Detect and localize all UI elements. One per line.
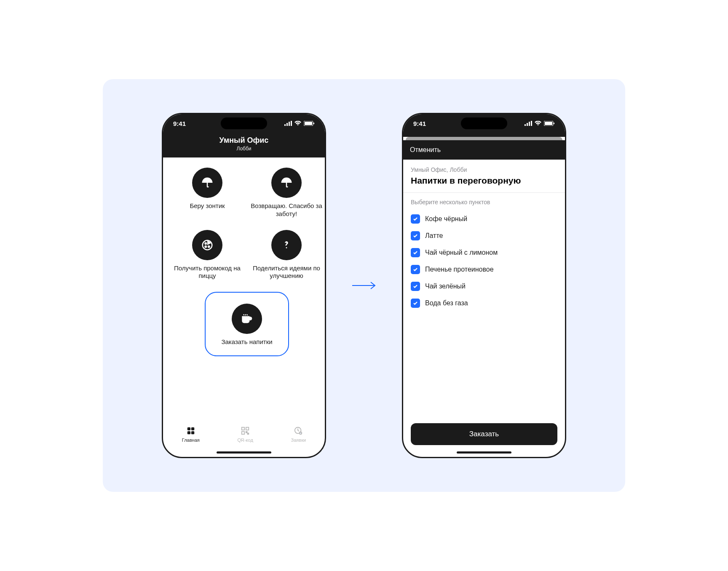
tile-grid: Беру зонтик Возвращаю. Спасибо за заботу… bbox=[171, 168, 316, 356]
battery-icon bbox=[304, 120, 315, 127]
modal-title: Напитки в переговорную bbox=[411, 176, 557, 186]
wifi-icon bbox=[294, 120, 301, 127]
checkbox-icon bbox=[411, 265, 420, 274]
status-indicators bbox=[525, 120, 555, 127]
svg-rect-12 bbox=[191, 427, 194, 430]
tile-pizza-promo[interactable]: Получить промокод на пиццу bbox=[171, 230, 243, 280]
clock-check-icon bbox=[293, 426, 303, 436]
checkbox-icon bbox=[411, 248, 420, 257]
battery-icon bbox=[544, 120, 555, 127]
option-label: Кофе чёрный bbox=[425, 215, 467, 223]
svg-rect-2 bbox=[289, 122, 290, 126]
svg-point-8 bbox=[205, 243, 207, 244]
signal-icon bbox=[284, 120, 292, 127]
tab-home[interactable]: Главная bbox=[182, 426, 200, 443]
svg-rect-15 bbox=[242, 427, 244, 430]
question-icon bbox=[271, 230, 302, 260]
svg-rect-16 bbox=[246, 427, 249, 430]
svg-rect-0 bbox=[284, 124, 286, 126]
tab-label: QR-код bbox=[237, 438, 253, 443]
order-button[interactable]: Заказать bbox=[411, 423, 557, 445]
tab-label: Заявки bbox=[291, 438, 306, 443]
tile-order-drinks[interactable]: Заказать напитки bbox=[205, 292, 289, 356]
svg-rect-11 bbox=[187, 427, 190, 430]
cancel-button[interactable]: Отменить bbox=[403, 140, 565, 160]
tile-take-umbrella[interactable]: Беру зонтик bbox=[171, 168, 243, 218]
canvas: 9:41 Умный Офис Лобби Беру зонтик bbox=[103, 79, 625, 492]
option-still-water[interactable]: Вода без газа bbox=[411, 295, 557, 312]
qr-icon bbox=[240, 426, 250, 436]
svg-rect-26 bbox=[531, 121, 532, 126]
pizza-icon bbox=[192, 230, 222, 260]
tab-tickets[interactable]: Заявки bbox=[291, 426, 306, 443]
modal-header: Умный Офис, Лобби Напитки в переговорную bbox=[403, 160, 565, 193]
checkbox-icon bbox=[411, 299, 420, 308]
tile-label: Возвращаю. Спасибо за заботу! bbox=[251, 202, 322, 218]
modal: Отменить Умный Офис, Лобби Напитки в пер… bbox=[403, 137, 565, 457]
list-caption: Выберите несколько пунктов bbox=[411, 199, 557, 205]
svg-rect-28 bbox=[545, 122, 552, 125]
svg-point-10 bbox=[208, 246, 210, 248]
status-time: 9:41 bbox=[173, 120, 186, 127]
svg-rect-5 bbox=[305, 122, 312, 125]
tile-label: Беру зонтик bbox=[190, 202, 225, 210]
home-icon bbox=[186, 426, 196, 436]
app-header: Умный Офис Лобби bbox=[163, 133, 325, 157]
cup-icon bbox=[232, 304, 262, 334]
svg-rect-6 bbox=[313, 123, 314, 124]
svg-rect-1 bbox=[286, 123, 288, 126]
checkbox-icon bbox=[411, 214, 420, 224]
status-indicators bbox=[284, 120, 315, 127]
header-subtitle: Лобби bbox=[163, 146, 325, 152]
option-latte[interactable]: Латте bbox=[411, 227, 557, 244]
tab-qr[interactable]: QR-код bbox=[237, 426, 253, 443]
tile-share-ideas[interactable]: Поделиться идеями по улучшению bbox=[251, 230, 322, 280]
options-list: Выберите несколько пунктов Кофе чёрный Л… bbox=[403, 193, 565, 318]
option-label: Чай чёрный с лимоном bbox=[425, 249, 498, 256]
tile-label: Заказать напитки bbox=[221, 338, 272, 346]
svg-rect-19 bbox=[248, 433, 249, 435]
option-black-tea-lemon[interactable]: Чай чёрный с лимоном bbox=[411, 244, 557, 261]
status-bar: 9:41 bbox=[403, 114, 565, 133]
header-title: Умный Офис bbox=[163, 136, 325, 145]
svg-rect-14 bbox=[191, 431, 194, 434]
umbrella-icon bbox=[192, 168, 222, 198]
umbrella-icon bbox=[271, 168, 302, 198]
svg-rect-24 bbox=[527, 123, 528, 126]
svg-rect-23 bbox=[525, 124, 526, 126]
signal-icon bbox=[525, 120, 532, 127]
svg-rect-29 bbox=[554, 123, 554, 124]
tile-label: Поделиться идеями по улучшению bbox=[251, 264, 322, 280]
status-bar: 9:41 bbox=[163, 114, 325, 133]
option-label: Печенье протеиновое bbox=[425, 266, 494, 273]
svg-rect-13 bbox=[187, 431, 190, 434]
svg-point-9 bbox=[205, 246, 207, 248]
header-spacer bbox=[403, 133, 565, 137]
modal-backdrop bbox=[406, 137, 562, 140]
phone-order-modal: 9:41 Отменить Умный Офис, Лобби Напитки … bbox=[402, 113, 566, 458]
option-protein-cookie[interactable]: Печенье протеиновое bbox=[411, 261, 557, 278]
option-label: Латте bbox=[425, 232, 443, 240]
home-content: Беру зонтик Возвращаю. Спасибо за заботу… bbox=[163, 157, 325, 422]
tile-return-umbrella[interactable]: Возвращаю. Спасибо за заботу! bbox=[251, 168, 322, 218]
checkbox-icon bbox=[411, 231, 420, 240]
option-black-coffee[interactable]: Кофе чёрный bbox=[411, 211, 557, 227]
modal-location: Умный Офис, Лобби bbox=[411, 166, 557, 173]
notch bbox=[461, 117, 507, 129]
tab-label: Главная bbox=[182, 438, 200, 443]
checkbox-icon bbox=[411, 282, 420, 291]
svg-rect-18 bbox=[246, 432, 247, 433]
phone-home: 9:41 Умный Офис Лобби Беру зонтик bbox=[162, 113, 326, 458]
arrow-right-icon bbox=[351, 280, 377, 291]
svg-rect-17 bbox=[242, 432, 244, 434]
home-indicator bbox=[457, 451, 511, 454]
home-indicator bbox=[217, 451, 271, 454]
notch bbox=[221, 117, 267, 129]
wifi-icon bbox=[535, 120, 541, 127]
tile-label: Получить промокод на пиццу bbox=[171, 264, 243, 280]
option-label: Вода без газа bbox=[425, 299, 468, 307]
option-green-tea[interactable]: Чай зелёный bbox=[411, 278, 557, 295]
status-time: 9:41 bbox=[413, 120, 426, 127]
svg-rect-25 bbox=[529, 122, 530, 126]
option-label: Чай зелёный bbox=[425, 283, 466, 290]
